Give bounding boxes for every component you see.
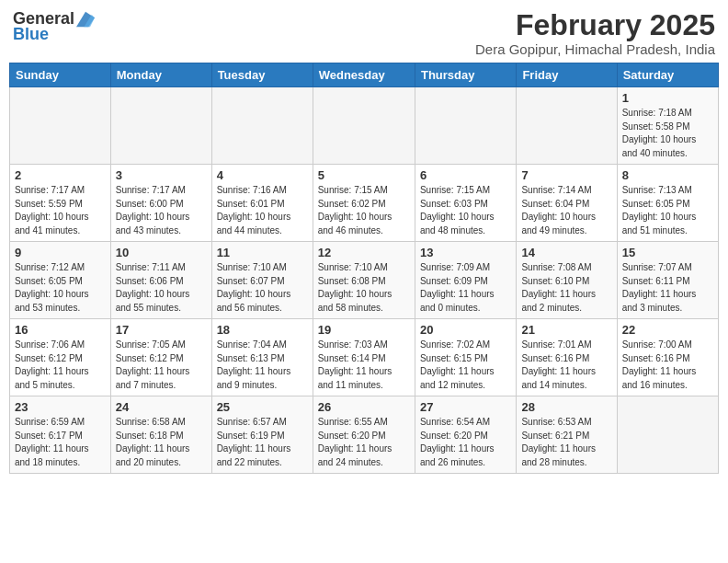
day-info: Sunrise: 7:01 AM Sunset: 6:16 PM Dayligh… (521, 339, 611, 392)
calendar-cell (415, 87, 516, 165)
calendar-week-row: 16Sunrise: 7:06 AM Sunset: 6:12 PM Dayli… (10, 319, 719, 396)
calendar-cell (10, 87, 111, 165)
day-number: 14 (521, 246, 611, 259)
day-number: 24 (116, 400, 207, 414)
calendar-cell: 1Sunrise: 7:18 AM Sunset: 5:58 PM Daylig… (617, 87, 718, 165)
day-number: 20 (420, 323, 511, 337)
calendar-cell: 24Sunrise: 6:58 AM Sunset: 6:18 PM Dayli… (110, 396, 211, 474)
day-number: 4 (217, 168, 308, 182)
day-info: Sunrise: 7:11 AM Sunset: 6:06 PM Dayligh… (116, 261, 207, 315)
weekday-header-tuesday: Tuesday (211, 63, 313, 87)
day-number: 25 (217, 400, 308, 414)
calendar-cell: 15Sunrise: 7:07 AM Sunset: 6:11 PM Dayli… (617, 242, 718, 319)
calendar-cell (617, 396, 718, 474)
day-info: Sunrise: 7:16 AM Sunset: 6:01 PM Dayligh… (217, 184, 308, 237)
logo: General Blue (13, 9, 95, 44)
calendar-cell: 14Sunrise: 7:08 AM Sunset: 6:10 PM Dayli… (517, 242, 617, 319)
day-number: 21 (521, 323, 611, 337)
calendar-cell: 4Sunrise: 7:16 AM Sunset: 6:01 PM Daylig… (211, 165, 313, 242)
day-number: 23 (15, 400, 106, 414)
calendar-cell: 19Sunrise: 7:03 AM Sunset: 6:14 PM Dayli… (313, 319, 415, 396)
day-number: 18 (217, 323, 308, 337)
calendar-cell: 8Sunrise: 7:13 AM Sunset: 6:05 PM Daylig… (617, 165, 718, 242)
day-number: 3 (116, 168, 207, 182)
title-block: February 2025 Dera Gopipur, Himachal Pra… (475, 9, 715, 57)
day-info: Sunrise: 7:12 AM Sunset: 6:05 PM Dayligh… (15, 261, 106, 315)
calendar-cell (517, 87, 617, 165)
calendar-cell: 3Sunrise: 7:17 AM Sunset: 6:00 PM Daylig… (110, 165, 211, 242)
day-info: Sunrise: 6:54 AM Sunset: 6:20 PM Dayligh… (420, 416, 511, 469)
day-info: Sunrise: 6:57 AM Sunset: 6:19 PM Dayligh… (217, 416, 308, 469)
day-number: 5 (318, 168, 410, 182)
location-title: Dera Gopipur, Himachal Pradesh, India (475, 41, 715, 57)
day-info: Sunrise: 7:07 AM Sunset: 6:11 PM Dayligh… (622, 261, 713, 315)
calendar-cell: 28Sunrise: 6:53 AM Sunset: 6:21 PM Dayli… (517, 396, 617, 474)
day-number: 8 (622, 168, 713, 182)
day-number: 16 (15, 323, 106, 337)
calendar-table: SundayMondayTuesdayWednesdayThursdayFrid… (9, 63, 719, 474)
day-number: 15 (622, 246, 713, 259)
day-info: Sunrise: 7:17 AM Sunset: 6:00 PM Dayligh… (116, 184, 207, 237)
weekday-header-thursday: Thursday (415, 63, 516, 87)
day-info: Sunrise: 7:00 AM Sunset: 6:16 PM Dayligh… (622, 339, 713, 392)
weekday-header-saturday: Saturday (617, 63, 718, 87)
calendar-week-row: 2Sunrise: 7:17 AM Sunset: 5:59 PM Daylig… (10, 165, 719, 242)
day-info: Sunrise: 7:15 AM Sunset: 6:03 PM Dayligh… (420, 184, 511, 237)
day-number: 11 (217, 246, 308, 259)
calendar-week-row: 9Sunrise: 7:12 AM Sunset: 6:05 PM Daylig… (10, 242, 719, 319)
calendar-cell: 7Sunrise: 7:14 AM Sunset: 6:04 PM Daylig… (517, 165, 617, 242)
day-info: Sunrise: 6:53 AM Sunset: 6:21 PM Dayligh… (521, 416, 611, 469)
day-number: 27 (420, 400, 511, 414)
day-info: Sunrise: 7:17 AM Sunset: 5:59 PM Dayligh… (15, 184, 106, 237)
calendar-cell: 27Sunrise: 6:54 AM Sunset: 6:20 PM Dayli… (415, 396, 516, 474)
day-number: 28 (521, 400, 611, 414)
calendar-cell: 17Sunrise: 7:05 AM Sunset: 6:12 PM Dayli… (110, 319, 211, 396)
day-number: 7 (521, 168, 611, 182)
calendar-cell: 18Sunrise: 7:04 AM Sunset: 6:13 PM Dayli… (211, 319, 313, 396)
day-number: 22 (622, 323, 713, 337)
day-info: Sunrise: 7:06 AM Sunset: 6:12 PM Dayligh… (15, 339, 106, 392)
calendar-cell: 25Sunrise: 6:57 AM Sunset: 6:19 PM Dayli… (211, 396, 313, 474)
logo-blue: Blue (13, 25, 49, 44)
page-header: General Blue February 2025 Dera Gopipur,… (9, 9, 719, 57)
day-number: 19 (318, 323, 410, 337)
calendar-cell: 2Sunrise: 7:17 AM Sunset: 5:59 PM Daylig… (10, 165, 111, 242)
day-number: 2 (15, 168, 106, 182)
weekday-header-friday: Friday (517, 63, 617, 87)
month-title: February 2025 (475, 9, 715, 41)
calendar-cell: 11Sunrise: 7:10 AM Sunset: 6:07 PM Dayli… (211, 242, 313, 319)
day-number: 9 (15, 246, 106, 259)
day-number: 13 (420, 246, 511, 259)
calendar-cell: 26Sunrise: 6:55 AM Sunset: 6:20 PM Dayli… (313, 396, 415, 474)
calendar-cell: 20Sunrise: 7:02 AM Sunset: 6:15 PM Dayli… (415, 319, 516, 396)
day-info: Sunrise: 7:04 AM Sunset: 6:13 PM Dayligh… (217, 339, 308, 392)
day-number: 12 (318, 246, 410, 259)
day-info: Sunrise: 7:18 AM Sunset: 5:58 PM Dayligh… (622, 107, 713, 160)
day-info: Sunrise: 6:55 AM Sunset: 6:20 PM Dayligh… (318, 416, 410, 469)
calendar-cell: 13Sunrise: 7:09 AM Sunset: 6:09 PM Dayli… (415, 242, 516, 319)
weekday-header-wednesday: Wednesday (313, 63, 415, 87)
day-number: 10 (116, 246, 207, 259)
calendar-cell (313, 87, 415, 165)
weekday-header-monday: Monday (110, 63, 211, 87)
calendar-cell: 23Sunrise: 6:59 AM Sunset: 6:17 PM Dayli… (10, 396, 111, 474)
calendar-cell: 21Sunrise: 7:01 AM Sunset: 6:16 PM Dayli… (517, 319, 617, 396)
calendar-cell: 22Sunrise: 7:00 AM Sunset: 6:16 PM Dayli… (617, 319, 718, 396)
calendar-cell (110, 87, 211, 165)
day-info: Sunrise: 6:58 AM Sunset: 6:18 PM Dayligh… (116, 416, 207, 469)
day-number: 26 (318, 400, 410, 414)
day-info: Sunrise: 7:02 AM Sunset: 6:15 PM Dayligh… (420, 339, 511, 392)
day-info: Sunrise: 7:05 AM Sunset: 6:12 PM Dayligh… (116, 339, 207, 392)
day-number: 17 (116, 323, 207, 337)
calendar-header-row: SundayMondayTuesdayWednesdayThursdayFrid… (10, 63, 719, 87)
day-info: Sunrise: 7:03 AM Sunset: 6:14 PM Dayligh… (318, 339, 410, 392)
day-info: Sunrise: 7:08 AM Sunset: 6:10 PM Dayligh… (521, 261, 611, 315)
calendar-cell (211, 87, 313, 165)
day-info: Sunrise: 7:13 AM Sunset: 6:05 PM Dayligh… (622, 184, 713, 237)
calendar-cell: 5Sunrise: 7:15 AM Sunset: 6:02 PM Daylig… (313, 165, 415, 242)
calendar-cell: 12Sunrise: 7:10 AM Sunset: 6:08 PM Dayli… (313, 242, 415, 319)
day-info: Sunrise: 6:59 AM Sunset: 6:17 PM Dayligh… (15, 416, 106, 469)
day-info: Sunrise: 7:10 AM Sunset: 6:07 PM Dayligh… (217, 261, 308, 315)
day-info: Sunrise: 7:10 AM Sunset: 6:08 PM Dayligh… (318, 261, 410, 315)
day-info: Sunrise: 7:14 AM Sunset: 6:04 PM Dayligh… (521, 184, 611, 237)
